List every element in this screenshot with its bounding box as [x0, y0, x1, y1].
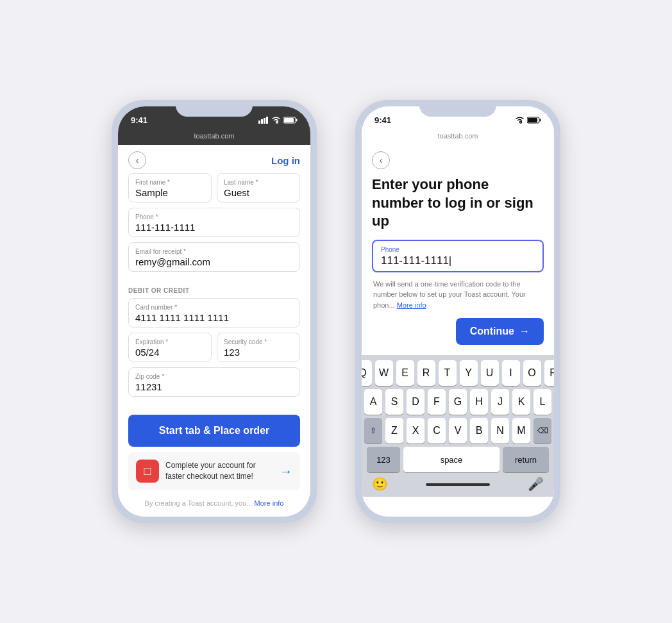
key-R[interactable]: R	[417, 360, 435, 386]
numbers-key[interactable]: 123	[367, 447, 400, 472]
key-D[interactable]: D	[407, 389, 424, 415]
more-info-link-1[interactable]: More info	[255, 499, 284, 507]
key-J[interactable]: J	[491, 389, 509, 415]
email-value: remy@gmail.com	[135, 256, 293, 267]
return-key[interactable]: return	[503, 447, 549, 472]
last-name-label: Last name *	[224, 179, 293, 186]
key-F[interactable]: F	[428, 389, 446, 415]
phone2-phone-value: 111-111-1111|	[381, 254, 535, 267]
key-I[interactable]: I	[502, 360, 520, 386]
phone-row: Phone * 111-111-1111	[128, 208, 300, 237]
last-name-field[interactable]: Last name * Guest	[217, 173, 300, 203]
last-name-value: Guest	[224, 187, 293, 198]
back-button-1[interactable]: ‹	[128, 151, 146, 169]
key-B[interactable]: B	[470, 418, 488, 444]
svg-rect-3	[266, 117, 268, 124]
continue-button[interactable]: Continue →	[456, 318, 544, 345]
time-1: 9:41	[131, 115, 147, 125]
phone-field[interactable]: Phone * 111-111-1111	[128, 208, 300, 237]
svg-rect-2	[264, 118, 265, 124]
footer-text: By creating a Toast account, you...	[145, 499, 253, 507]
footer-1: By creating a Toast account, you... More…	[118, 495, 310, 515]
zip-field[interactable]: Zip code * 11231	[128, 367, 300, 397]
keyboard-row-2: A S D F G H J K L	[364, 389, 551, 415]
key-S[interactable]: S	[385, 389, 403, 415]
svg-rect-13	[528, 118, 537, 122]
svg-rect-9	[507, 118, 509, 124]
email-field[interactable]: Email for receipt * remy@gmail.com	[128, 242, 300, 272]
key-C[interactable]: C	[428, 418, 446, 444]
keyboard-bottom-row: 123 space return	[364, 447, 551, 472]
key-W[interactable]: W	[375, 360, 393, 386]
phone-1-inner: 9:41 toasttab.com ‹ Log in	[118, 106, 310, 517]
phone-1: 9:41 toasttab.com ‹ Log in	[112, 100, 317, 523]
promo-arrow-button[interactable]: →	[280, 464, 292, 479]
wifi-icon-2	[515, 117, 525, 124]
key-T[interactable]: T	[439, 360, 457, 386]
expiration-field[interactable]: Expiration * 05/24	[128, 333, 212, 362]
wifi-icon	[271, 117, 281, 124]
key-M[interactable]: M	[512, 418, 530, 444]
toast-icon: □	[136, 460, 159, 483]
back-button-2[interactable]: ‹	[372, 151, 390, 169]
key-Z[interactable]: Z	[385, 418, 403, 444]
key-E[interactable]: E	[396, 360, 414, 386]
key-L[interactable]: L	[533, 389, 551, 415]
nav-bar-1: ‹ Log in	[118, 145, 310, 173]
key-N[interactable]: N	[491, 418, 509, 444]
place-order-button[interactable]: Start tab & Place order	[128, 415, 300, 447]
phone2-subtext: We will send a one-time verification cod…	[372, 279, 544, 311]
shift-key[interactable]: ⇧	[364, 418, 382, 444]
phone-label: Phone *	[135, 213, 293, 220]
card-number-field[interactable]: Card number * 4111 1111 1111 1111	[128, 298, 300, 328]
key-O[interactable]: O	[523, 360, 541, 386]
security-code-label: Security code *	[224, 338, 293, 345]
mic-icon[interactable]: 🎤	[528, 476, 544, 492]
key-Q[interactable]: Q	[362, 360, 372, 386]
key-U[interactable]: U	[481, 360, 499, 386]
login-button[interactable]: Log in	[271, 155, 300, 166]
signal-icon-2	[502, 117, 512, 124]
phone2-phone-field[interactable]: Phone 111-111-1111|	[372, 240, 544, 272]
nav-bar-2: ‹	[362, 145, 554, 169]
phone-2-inner: 9:41 toasttab.com ‹ Enter your p	[362, 106, 554, 517]
key-X[interactable]: X	[407, 418, 424, 444]
status-icons-1	[258, 117, 298, 124]
key-P[interactable]: P	[544, 360, 555, 386]
more-info-link-2[interactable]: More info	[397, 301, 426, 309]
continue-arrow-icon: →	[519, 326, 530, 337]
url-bar-1: toasttab.com	[118, 129, 310, 145]
key-H[interactable]: H	[470, 389, 488, 415]
first-name-field[interactable]: First name * Sample	[128, 173, 212, 203]
phone-notch-2	[419, 100, 496, 117]
svg-rect-5	[296, 119, 298, 121]
key-A[interactable]: A	[364, 389, 382, 415]
key-Y[interactable]: Y	[460, 360, 478, 386]
svg-rect-8	[505, 119, 507, 124]
zip-row: Zip code * 11231	[128, 367, 300, 397]
key-G[interactable]: G	[449, 389, 467, 415]
first-name-label: First name *	[135, 179, 205, 186]
continue-label: Continue	[470, 326, 514, 337]
phone-1-content[interactable]: ‹ Log in First name * Sample Last name *…	[118, 145, 310, 517]
keyboard-bar: 🙂 🎤	[364, 472, 551, 494]
svg-rect-10	[510, 117, 512, 124]
name-row: First name * Sample Last name * Guest	[128, 173, 300, 203]
phone2-header: Enter your phone number to log in or sig…	[362, 169, 554, 355]
svg-rect-0	[258, 120, 260, 124]
phone2-subtext-text: We will send a one-time verification cod…	[373, 280, 526, 309]
key-V[interactable]: V	[449, 418, 467, 444]
url-bar-2: toasttab.com	[362, 129, 554, 145]
security-code-field[interactable]: Security code * 123	[217, 333, 300, 362]
battery-icon	[283, 117, 298, 124]
backspace-key[interactable]: ⌫	[533, 418, 551, 444]
emoji-icon[interactable]: 🙂	[372, 476, 388, 492]
space-key[interactable]: space	[403, 447, 500, 472]
url-text-1: toasttab.com	[194, 132, 235, 140]
security-code-value: 123	[224, 347, 293, 358]
zip-label: Zip code *	[135, 373, 293, 380]
expiry-security-row: Expiration * 05/24 Security code * 123	[128, 333, 300, 362]
key-K[interactable]: K	[512, 389, 530, 415]
phone-value: 111-111-1111	[135, 222, 293, 233]
battery-icon-2	[527, 117, 541, 124]
